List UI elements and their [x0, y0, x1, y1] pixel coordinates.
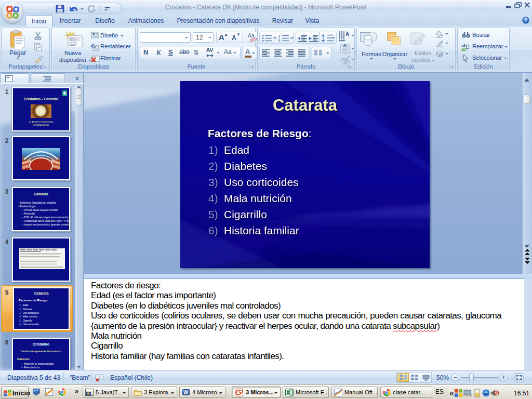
- svg-text:A: A: [345, 31, 349, 37]
- svg-text:ac: ac: [461, 47, 467, 51]
- svg-text:W: W: [183, 390, 189, 395]
- svg-text:3: 3: [278, 39, 280, 42]
